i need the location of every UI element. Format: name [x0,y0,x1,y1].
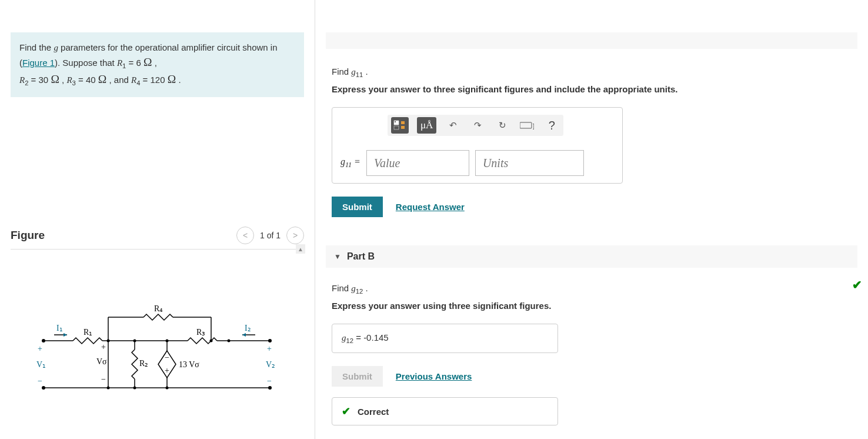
svg-marker-16 [242,333,246,337]
part-a-prompt: Find g11 . [332,66,857,78]
request-answer-link[interactable]: Request Answer [396,202,465,212]
text: Find the [19,42,54,52]
submit-row: Submit Request Answer [332,197,857,217]
text: Find [332,66,351,77]
text: , and [106,75,131,85]
help-icon[interactable]: ? [543,117,560,134]
check-icon: ✔ [852,278,862,292]
svg-text:V₁: V₁ [36,360,46,369]
svg-text:−: − [165,353,169,362]
text: = 6 [126,58,143,68]
text: R [131,75,136,85]
svg-text:I₂: I₂ [245,324,251,332]
correct-feedback: ✔ Correct [332,397,558,425]
svg-rect-50 [401,121,405,124]
template-picker-icon[interactable] [391,117,409,134]
check-icon: ✔ [342,405,350,418]
reset-icon[interactable]: ↻ [494,117,510,134]
value-input[interactable] [366,150,469,176]
svg-text:V₂: V₂ [266,360,275,369]
part-b-header[interactable]: ▼ Part B [326,245,857,268]
input-row: g11 = [340,150,614,176]
text: R [66,75,72,85]
part-a-instruction: Express your answer to three significant… [332,84,857,94]
text: 12 [356,288,363,295]
left-panel: Find the g parameters for the operationa… [0,0,315,439]
part-a-banner [326,32,857,49]
text: Ω [168,73,176,85]
answer-value: -0.145 [363,332,389,342]
part-b-submit-row: Submit Previous Answers [332,366,857,387]
answer-toolbar: μÅ ↶ ↷ ↻ ] ? [388,115,563,136]
previous-answers-link[interactable]: Previous Answers [396,371,472,381]
svg-text:−: − [267,377,272,385]
right-panel: Find g11 . Express your answer to three … [315,0,868,439]
svg-point-13 [268,339,272,342]
svg-text:I₁: I₁ [56,324,63,332]
submit-button-disabled: Submit [332,366,383,387]
svg-text:13 Vσ: 13 Vσ [179,360,199,369]
figure-prev-button[interactable]: < [236,227,254,244]
figure-header: Figure < 1 of 1 > [11,227,304,250]
svg-text:R₃: R₃ [196,328,205,337]
part-b-body: Find g12 . Express your answer using thr… [332,283,857,425]
svg-rect-51 [401,126,405,129]
text: g [351,284,356,293]
svg-text:+: + [165,366,169,375]
text: Ω [143,56,152,68]
svg-marker-10 [64,333,67,337]
svg-text:+: + [101,342,106,351]
svg-point-33 [166,339,169,342]
text: . [363,283,368,293]
part-b-answer: g12 = -0.145 [332,324,558,353]
keyboard-icon[interactable]: ] [519,117,535,134]
svg-point-40 [133,386,136,389]
svg-text:Vσ: Vσ [96,357,107,366]
figure-count: 1 of 1 [260,231,281,240]
text: g [351,67,356,77]
input-label: g11 = [340,157,360,169]
svg-point-35 [228,339,231,342]
svg-point-39 [107,386,110,389]
circuit-figure: .wire { stroke:#000; stroke-width:1.5; f… [11,250,304,420]
part-b-title: Part B [347,251,375,262]
figure-link[interactable]: Figure 1 [22,58,55,68]
text: ). Suppose that [55,58,117,68]
svg-text:+: + [267,344,272,353]
svg-text:R₄: R₄ [154,304,163,313]
svg-point-22 [107,339,110,342]
figure-next-button[interactable]: > [286,227,304,244]
text: Ω [98,73,107,85]
text: R [117,58,122,68]
svg-text:−: − [38,377,42,385]
svg-point-34 [210,339,213,342]
text: . [176,75,181,85]
text: 11 [356,71,363,78]
svg-rect-52 [394,126,399,129]
submit-button[interactable]: Submit [332,197,383,217]
undo-icon[interactable]: ↶ [445,117,461,134]
svg-text:−: − [101,375,106,384]
text: . [363,66,368,77]
svg-text:R₂: R₂ [139,359,148,368]
redo-icon[interactable]: ↷ [469,117,486,134]
text: , [152,58,156,68]
text: 12 [346,337,354,344]
units-input[interactable] [475,150,584,176]
svg-point-41 [166,386,169,389]
svg-point-26 [133,339,136,342]
svg-text:R₁: R₁ [84,328,92,337]
text: = 40 [76,75,98,85]
part-b-prompt: Find g12 . [332,283,857,295]
answer-box: μÅ ↶ ↷ ↻ ] ? g11 = [332,107,623,184]
svg-rect-49 [395,121,396,122]
svg-rect-53 [520,122,532,128]
units-icon[interactable]: μÅ [417,117,436,134]
text: = 120 [140,75,167,85]
correct-label: Correct [358,407,389,417]
svg-text:]: ] [533,122,534,129]
figure-title: Figure [11,229,45,242]
text: , [59,75,67,85]
text: = [353,332,363,342]
caret-down-icon: ▼ [334,252,341,261]
